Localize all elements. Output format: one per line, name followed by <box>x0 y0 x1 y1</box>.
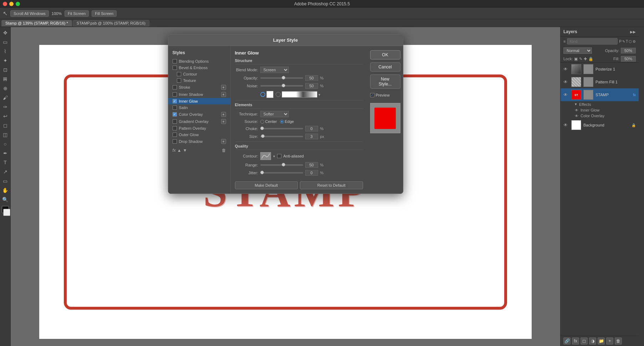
new-style-button[interactable]: New Style... <box>370 74 400 89</box>
style-checkbox-blending[interactable] <box>173 59 177 63</box>
anti-aliased-checkbox[interactable] <box>277 154 281 158</box>
maximize-button[interactable] <box>16 2 20 6</box>
style-item-satin[interactable]: Satin <box>168 104 230 111</box>
gradient-tool-icon[interactable]: ◫ <box>1 130 10 139</box>
delete-effect-icon[interactable]: 🗑 <box>222 148 226 153</box>
style-checkbox-inner-glow[interactable]: ✓ <box>173 99 177 103</box>
eraser-tool-icon[interactable]: ◻ <box>1 121 10 130</box>
layers-opacity-input[interactable] <box>621 48 636 53</box>
effect-color-overlay[interactable]: 👁 Color Overlay <box>561 113 639 119</box>
clone-stamp-icon[interactable]: ✑ <box>1 103 10 111</box>
traffic-lights[interactable] <box>3 2 20 6</box>
layers-fill-input[interactable] <box>621 56 636 62</box>
style-checkbox-bevel[interactable] <box>173 66 177 70</box>
layer-pattern-fill-visibility[interactable]: 👁 <box>563 79 569 84</box>
style-checkbox-gradient-overlay[interactable] <box>173 119 177 124</box>
range-input[interactable] <box>305 162 318 168</box>
style-item-outer-glow[interactable]: Outer Glow <box>168 131 230 138</box>
layer-posterize-visibility[interactable]: 👁 <box>563 67 569 72</box>
lock-transparent-icon[interactable]: ▣ <box>574 57 578 61</box>
choke-slider[interactable] <box>260 128 303 129</box>
move-up-icon[interactable]: ▲ <box>177 148 182 153</box>
fill-screen-button[interactable]: Fill Screen <box>92 10 117 17</box>
opacity-input[interactable] <box>305 75 318 81</box>
style-item-drop-shadow[interactable]: Drop Shadow + <box>168 138 230 145</box>
effects-triangle[interactable]: ▾ <box>575 102 577 107</box>
source-edge-option[interactable]: Edge <box>280 119 294 124</box>
choke-input[interactable] <box>305 126 318 131</box>
opacity-slider[interactable] <box>260 77 303 79</box>
zoom-tool-icon[interactable]: 🔍 <box>1 195 10 204</box>
preview-checkbox[interactable]: ✓ <box>370 93 374 97</box>
background-color[interactable] <box>3 209 10 216</box>
effect-inner-glow[interactable]: 👁 Inner Glow <box>561 107 639 113</box>
style-item-gradient-overlay[interactable]: Gradient Overlay + <box>168 118 230 125</box>
shape-tool-icon[interactable]: ▭ <box>1 177 10 185</box>
layer-background-visibility[interactable]: 👁 <box>563 123 569 128</box>
minimize-button[interactable] <box>9 2 14 6</box>
move-down-icon[interactable]: ▼ <box>183 148 187 153</box>
brush-tool-icon[interactable]: 🖌 <box>1 93 10 102</box>
layers-blend-select[interactable]: Normal <box>563 47 592 54</box>
source-edge-radio[interactable] <box>280 120 284 124</box>
style-item-contour[interactable]: Contour <box>168 71 230 77</box>
gradient-radio[interactable] <box>276 92 281 97</box>
lock-all-icon[interactable]: 🔒 <box>588 57 593 61</box>
stroke-add-button[interactable]: + <box>221 85 226 90</box>
magic-wand-icon[interactable]: ✦ <box>1 56 10 65</box>
ok-button[interactable]: OK <box>370 50 400 60</box>
text-tool-icon[interactable]: T <box>1 158 10 167</box>
size-input[interactable] <box>305 134 318 139</box>
dodge-tool-icon[interactable]: ○ <box>1 140 10 148</box>
style-checkbox-satin[interactable] <box>173 105 177 110</box>
style-item-inner-glow[interactable]: ✓ Inner Glow <box>168 98 230 104</box>
source-center-option[interactable]: Center <box>260 119 277 124</box>
layer-posterize[interactable]: 👁 Posterize 1 <box>561 63 639 76</box>
noise-slider[interactable] <box>260 85 303 87</box>
range-slider[interactable] <box>260 164 303 166</box>
style-checkbox-inner-shadow[interactable] <box>173 92 177 97</box>
style-checkbox-outer-glow[interactable] <box>173 133 177 137</box>
layer-pattern-fill[interactable]: 👁 Pattern Fill 1 <box>561 76 639 88</box>
add-style-button[interactable]: fx <box>572 337 579 345</box>
new-layer-button[interactable]: + <box>606 337 613 345</box>
style-checkbox-pattern-overlay[interactable] <box>173 126 177 130</box>
layers-search-input[interactable] <box>567 38 618 45</box>
glow-gradient-swatch[interactable] <box>282 91 317 98</box>
scroll-all-windows-button[interactable]: Scroll All Windows <box>10 10 49 17</box>
size-slider[interactable] <box>260 136 303 137</box>
jitter-input[interactable] <box>305 170 318 176</box>
color-overlay-visibility[interactable]: 👁 <box>575 114 578 118</box>
solid-radio[interactable] <box>260 92 265 97</box>
hand-tool-icon[interactable]: ✋ <box>1 186 10 195</box>
new-group-button[interactable]: 📁 <box>598 337 605 345</box>
style-checkbox-color-overlay[interactable]: ✓ <box>173 112 177 117</box>
eyedropper-icon[interactable]: 𝌇 <box>1 75 10 83</box>
expand-icon[interactable]: ▶▶ <box>630 30 636 34</box>
jitter-slider[interactable] <box>260 172 303 174</box>
tab-stamp-100[interactable]: STAMP.psb @ 100% (STAMP, RGB/16) <box>73 20 149 26</box>
style-checkbox-contour[interactable] <box>177 72 181 76</box>
add-mask-button[interactable]: ◻ <box>581 337 588 345</box>
cancel-button[interactable]: Cancel <box>370 62 400 72</box>
lasso-tool-icon[interactable]: ⌇ <box>1 47 10 56</box>
reset-to-default-button[interactable]: Reset to Default <box>300 181 363 189</box>
history-brush-icon[interactable]: ↩ <box>1 112 10 120</box>
make-default-button[interactable]: Make Default <box>235 181 298 189</box>
gradient-arrow[interactable]: ▾ <box>318 93 320 97</box>
crop-tool-icon[interactable]: ⊡ <box>1 66 10 74</box>
technique-select[interactable]: Softer <box>260 111 289 117</box>
style-checkbox-stroke[interactable] <box>173 85 177 89</box>
style-item-color-overlay[interactable]: ✓ Color Overlay + <box>168 111 230 118</box>
path-select-icon[interactable]: ↗ <box>1 167 10 176</box>
heal-brush-icon[interactable]: ⊕ <box>1 84 10 93</box>
delete-layer-button[interactable]: 🗑 <box>615 337 622 345</box>
tab-stamp-139[interactable]: Stamp @ 139% (STAMP, RGB/16) * <box>1 20 72 26</box>
move-tool-icon[interactable]: ✥ <box>1 29 10 37</box>
gradient-overlay-add-button[interactable]: + <box>221 119 226 124</box>
inner-glow-visibility[interactable]: 👁 <box>575 108 578 112</box>
lock-image-icon[interactable]: ✎ <box>579 57 582 61</box>
pen-tool-icon[interactable]: ✒ <box>1 149 10 157</box>
style-checkbox-drop-shadow[interactable] <box>173 139 177 144</box>
contour-dropdown-arrow[interactable]: ▾ <box>273 154 275 158</box>
